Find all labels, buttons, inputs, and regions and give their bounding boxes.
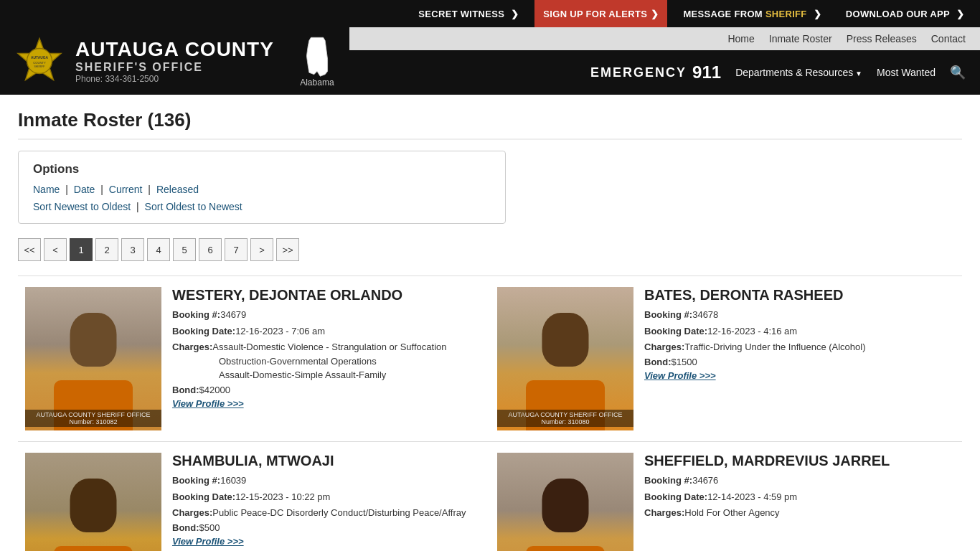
mugshot-body (526, 546, 605, 551)
message-from-btn[interactable]: Message From SHERIFF ❯ (674, 0, 829, 27)
page-4[interactable]: 4 (147, 238, 170, 261)
emergency-label: EMERGENCY (590, 65, 687, 80)
mugshot-figure: AUTAUGA COUNTY SHERIFF OFFICENumber: 310… (497, 287, 633, 430)
nav-inmate-roster[interactable]: Inmate Roster (769, 33, 832, 44)
mugshot-head (70, 479, 117, 532)
inmate-photo: AUTAUGA COUNTY SHERIFF OFFICE (497, 453, 633, 551)
nav-most-wanted[interactable]: Most Wanted (877, 67, 936, 78)
inmate-charges: Charges:Hold For Other Agency (644, 506, 955, 520)
header-left: AUTAUGA COUNTY SHERIFF AUTAUGA COUNTY SH… (0, 27, 349, 95)
page-prev[interactable]: < (44, 238, 67, 261)
download-app-btn[interactable]: Download Our APP ❯ (837, 0, 973, 27)
page-next[interactable]: > (250, 238, 273, 261)
inmate-card: AUTAUGA COUNTY SHERIFF OFFICE SHEFFIELD,… (490, 441, 962, 551)
inmate-charges: Charges:Assault-Domestic Violence - Stra… (172, 340, 483, 382)
inmate-card: AUTAUGA COUNTY SHERIFF OFFICENumber: 310… (18, 276, 490, 441)
svg-text:SHERIFF: SHERIFF (34, 65, 45, 68)
inmate-info: SHEFFIELD, MARDREVIUS JARREL Booking #:3… (644, 453, 955, 522)
mugshot-label: AUTAUGA COUNTY SHERIFF OFFICENumber: 310… (497, 410, 633, 427)
sign-up-alerts-btn[interactable]: SIGN UP FOR ALERTS ❯ (534, 0, 667, 27)
inmate-bond: Bond:$1500 (644, 357, 955, 367)
inmate-bond: Bond:$42000 (172, 385, 483, 395)
mugshot-label: AUTAUGA COUNTY SHERIFF OFFICENumber: 310… (25, 410, 161, 427)
svg-text:COUNTY: COUNTY (33, 61, 46, 65)
mugshot-head (542, 313, 589, 367)
inmate-photo: AUTAUGA COUNTY SHERIFF OFFICENumber: 310… (25, 287, 161, 430)
inmate-name: BATES, DERONTA RASHEED (644, 287, 955, 303)
sheriff-badge-icon: AUTAUGA COUNTY SHERIFF (14, 36, 65, 86)
alabama-map-icon (299, 34, 335, 77)
view-profile-link[interactable]: View Profile >>> (644, 370, 716, 381)
inmate-booking-date: Booking Date:12-16-2023 - 7:06 am (172, 324, 483, 339)
filter-date[interactable]: Date (74, 184, 95, 195)
inmate-info: SHAMBULIA, MTWOAJI Booking #:16039 Booki… (172, 453, 483, 547)
top-nav: Home Inmate Roster Press Releases Contac… (349, 27, 980, 50)
sort-links: Sort Newest to Oldest | Sort Oldest to N… (33, 201, 491, 212)
inmate-card: AUTAUGA COUNTY SHERIFF OFFICENumber: 310… (490, 276, 962, 441)
download-app-label: Download Our APP ❯ (846, 9, 964, 19)
filter-links: Name | Date | Current | Released (33, 184, 491, 195)
inmate-photo: AUTAUGA COUNTY SHERIFF OFFICE (25, 453, 161, 551)
page-last[interactable]: >> (276, 238, 299, 261)
filter-released[interactable]: Released (156, 184, 199, 195)
options-title: Options (33, 162, 491, 176)
emergency-badge: EMERGENCY 911 (590, 62, 721, 83)
agency-title: AUTAUGA COUNTY (75, 38, 274, 61)
site-header: AUTAUGA COUNTY SHERIFF AUTAUGA COUNTY SH… (0, 27, 980, 95)
page-title: Inmate Roster (136) (18, 109, 962, 140)
bottom-nav: EMERGENCY 911 Departments & Resources Mo… (576, 50, 980, 95)
inmate-booking-date: Booking Date:12-14-2023 - 4:59 pm (644, 490, 955, 504)
message-label: Message From SHERIFF ❯ (683, 9, 821, 19)
inmate-grid: AUTAUGA COUNTY SHERIFF OFFICENumber: 310… (18, 276, 962, 551)
secret-witness-btn[interactable]: SECRET WITNESS ❯ (410, 0, 527, 27)
sort-newest[interactable]: Sort Newest to Oldest (33, 201, 131, 212)
view-profile-link[interactable]: View Profile >>> (172, 536, 244, 547)
state-label: Alabama (300, 77, 334, 88)
secret-witness-arrow: ❯ (511, 9, 519, 19)
nine11-label: 911 (692, 62, 721, 83)
nav-contact[interactable]: Contact (931, 33, 966, 44)
agency-phone: Phone: 334-361-2500 (75, 74, 274, 84)
sort-oldest[interactable]: Sort Oldest to Newest (145, 201, 242, 212)
view-profile-link[interactable]: View Profile >>> (172, 398, 244, 409)
page-6[interactable]: 6 (199, 238, 222, 261)
inmate-name: SHAMBULIA, MTWOAJI (172, 453, 483, 469)
pagination: << < 1 2 3 4 5 6 7 > >> (18, 238, 962, 261)
inmate-booking-num: Booking #:16039 (172, 474, 483, 488)
inmate-bond: Bond:$500 (172, 522, 483, 533)
sign-up-arrow: ❯ (651, 9, 659, 19)
page-3[interactable]: 3 (121, 238, 144, 261)
filter-name[interactable]: Name (33, 184, 60, 195)
inmate-booking-num: Booking #:34679 (172, 308, 483, 322)
mugshot-head (70, 313, 117, 367)
inmate-name: WESTERY, DEJONTAE ORLANDO (172, 287, 483, 303)
mugshot-figure: AUTAUGA COUNTY SHERIFF OFFICENumber: 310… (25, 287, 161, 430)
inmate-info: BATES, DERONTA RASHEED Booking #:34678 B… (644, 287, 955, 381)
inmate-name: SHEFFIELD, MARDREVIUS JARREL (644, 453, 955, 469)
inmate-booking-date: Booking Date:12-16-2023 - 4:16 am (644, 324, 955, 339)
inmate-booking-date: Booking Date:12-15-2023 - 10:22 pm (172, 490, 483, 504)
nav-departments[interactable]: Departments & Resources (735, 67, 862, 78)
page-first[interactable]: << (18, 238, 41, 261)
nav-home[interactable]: Home (727, 33, 754, 44)
page-7[interactable]: 7 (225, 238, 248, 261)
mugshot-head (542, 479, 589, 532)
state-seal: Alabama (299, 34, 335, 88)
search-button[interactable]: 🔍 (950, 65, 966, 80)
page-1[interactable]: 1 (70, 238, 93, 261)
inmate-photo: AUTAUGA COUNTY SHERIFF OFFICENumber: 310… (497, 287, 633, 430)
page-5[interactable]: 5 (173, 238, 196, 261)
inmate-charges: Charges:Traffic-Driving Under the Influe… (644, 340, 955, 354)
secret-witness-label: SECRET WITNESS ❯ (418, 9, 519, 19)
inmate-booking-num: Booking #:34678 (644, 308, 955, 322)
options-box: Options Name | Date | Current | Released… (18, 151, 506, 224)
agency-division: SHERIFF'S OFFICE (75, 61, 274, 74)
inmate-booking-num: Booking #:34676 (644, 474, 955, 488)
inmate-card: AUTAUGA COUNTY SHERIFF OFFICE SHAMBULIA,… (18, 441, 490, 551)
filter-current[interactable]: Current (109, 184, 143, 195)
top-bar: SECRET WITNESS ❯ SIGN UP FOR ALERTS ❯ Me… (0, 0, 980, 27)
inmate-charges: Charges:Public Peace-DC Disorderly Condu… (172, 506, 483, 520)
nav-press-releases[interactable]: Press Releases (847, 33, 917, 44)
page-2[interactable]: 2 (95, 238, 118, 261)
mugshot-figure: AUTAUGA COUNTY SHERIFF OFFICE (497, 453, 633, 551)
